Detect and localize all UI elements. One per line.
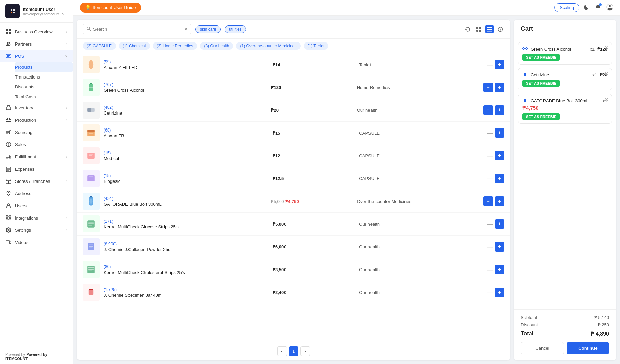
total-value: ₱ 4,890: [591, 331, 609, 337]
add-to-cart-button[interactable]: +: [495, 242, 504, 252]
clear-search-icon[interactable]: ✕: [184, 27, 188, 32]
user-avatar-icon[interactable]: [606, 4, 613, 12]
scaling-button[interactable]: Scaling: [554, 3, 579, 12]
sidebar-item-videos[interactable]: Videos: [0, 236, 73, 248]
product-name-col: (434) GATORADE Blue Bolt 300mL: [104, 196, 267, 207]
svg-rect-63: [89, 133, 93, 134]
sidebar-item-sales[interactable]: Sales ›: [0, 138, 73, 151]
add-to-cart-button[interactable]: +: [495, 288, 504, 297]
sidebar-item-production[interactable]: Production ›: [0, 114, 73, 126]
sidebar-item-users[interactable]: Users: [0, 200, 73, 212]
skin-care-tag[interactable]: skin care: [195, 25, 221, 33]
add-to-cart-button[interactable]: +: [495, 174, 504, 183]
product-price-col: ₱5,000 ₱4,750: [271, 199, 352, 204]
remove-cart-item-button[interactable]: ✕: [604, 96, 609, 103]
chevron-right-icon: ›: [66, 216, 67, 220]
list-view-button[interactable]: [485, 25, 494, 33]
sidebar-item-total-cash[interactable]: Total Cash: [15, 92, 73, 102]
lightbulb-icon: 💡: [85, 5, 91, 10]
continue-button[interactable]: Continue: [567, 342, 609, 354]
remove-cart-item-button[interactable]: ✕: [604, 45, 609, 51]
decrease-qty-button[interactable]: −: [483, 196, 493, 206]
svg-rect-60: [87, 108, 91, 112]
product-category: Home Remedies: [357, 85, 479, 90]
svg-rect-74: [88, 222, 94, 223]
view-product-icon[interactable]: 👁: [522, 46, 528, 52]
sidebar-item-discounts[interactable]: Discounts: [15, 82, 73, 92]
product-name: J. Chemie J.Collagen Powder 25g: [104, 247, 269, 252]
add-to-cart-button[interactable]: +: [495, 128, 504, 138]
product-price: ₱14: [273, 62, 280, 67]
moon-icon[interactable]: [583, 4, 589, 11]
svg-rect-14: [7, 118, 8, 119]
info-button[interactable]: [496, 25, 504, 33]
minus-placeholder: —: [487, 289, 493, 296]
product-price: ₱3,500: [273, 267, 287, 272]
sidebar-item-transactions[interactable]: Transactions: [15, 72, 73, 82]
svg-rect-7: [6, 54, 11, 58]
product-panel: ✕ skin care utilities: [77, 20, 510, 360]
view-product-icon[interactable]: 👁: [522, 72, 528, 78]
sidebar-item-partners[interactable]: Partners ›: [0, 38, 73, 50]
product-actions: — +: [487, 60, 504, 69]
product-actions: — +: [487, 288, 504, 297]
product-price-col: ₱3,500: [273, 267, 355, 272]
sidebar-item-address[interactable]: Address: [0, 187, 73, 200]
bell-icon[interactable]: [595, 4, 601, 11]
increase-qty-button[interactable]: +: [495, 105, 504, 115]
product-category: Our health: [359, 267, 483, 272]
sidebar-item-stores[interactable]: Stores / Branches ›: [0, 175, 73, 187]
sidebar-item-expenses[interactable]: Expenses: [0, 163, 73, 175]
sidebar-item-settings[interactable]: Settings ›: [0, 224, 73, 236]
search-input[interactable]: [93, 27, 182, 32]
cart-title: Cart: [521, 25, 533, 32]
sidebar-item-fulfillment[interactable]: Fullfillment ›: [0, 151, 73, 163]
sidebar-item-pos[interactable]: POS ∨: [0, 50, 73, 62]
filter-tab-capsule[interactable]: (3) CAPSULE: [83, 42, 116, 50]
sidebar-item-integrations[interactable]: Integrations ›: [0, 212, 73, 224]
set-as-freebie-button[interactable]: SET AS FREEBIE: [522, 113, 560, 120]
view-product-icon[interactable]: 👁: [522, 98, 528, 104]
refresh-button[interactable]: [464, 25, 472, 33]
grid-view-button[interactable]: [475, 25, 483, 33]
prev-page-button[interactable]: ‹: [277, 346, 287, 356]
product-category: CAPSULE: [359, 176, 483, 181]
product-name-col: (1,725) J. Chemie Specimen Jar 40ml: [104, 287, 269, 298]
sidebar-item-inventory[interactable]: Inventory ›: [0, 102, 73, 114]
increase-qty-button[interactable]: +: [495, 83, 504, 92]
product-actions: − +: [483, 105, 504, 115]
filter-tab-our-health[interactable]: (8) Our health: [200, 42, 233, 50]
add-to-cart-button[interactable]: +: [495, 265, 504, 274]
product-actions: − +: [483, 196, 504, 206]
cart-item: ✕ 👁 Green Cross Alcohol x1 ₱120 SET AS F…: [518, 42, 612, 65]
sidebar-item-business-overview[interactable]: Business Overview ›: [0, 25, 73, 38]
set-as-freebie-button[interactable]: SET AS FREEBIE: [522, 54, 560, 61]
chevron-right-icon: ›: [66, 155, 67, 159]
increase-qty-button[interactable]: +: [495, 196, 504, 206]
add-to-cart-button[interactable]: +: [495, 219, 504, 229]
filter-tab-home-remedies[interactable]: (3) Home Remedies: [153, 42, 197, 50]
filter-tab-tablet[interactable]: (1) Tablet: [304, 42, 329, 50]
decrease-qty-button[interactable]: −: [483, 83, 493, 92]
utilities-tag[interactable]: utilities: [225, 25, 246, 33]
add-to-cart-button[interactable]: +: [495, 60, 504, 69]
svg-point-30: [6, 216, 8, 218]
page-1-button[interactable]: 1: [289, 346, 298, 356]
sidebar-item-label: Expenses: [15, 167, 67, 172]
remove-cart-item-button[interactable]: ✕: [604, 70, 609, 77]
svg-rect-3: [6, 32, 8, 34]
next-page-button[interactable]: ›: [300, 346, 310, 356]
guide-button[interactable]: 💡 Itemcount User Guide: [80, 3, 141, 13]
product-image: [83, 238, 100, 255]
cancel-button[interactable]: Cancel: [521, 342, 564, 354]
sidebar-item-products[interactable]: Products: [15, 62, 73, 72]
add-to-cart-button[interactable]: +: [495, 151, 504, 160]
table-row: (99) Alaxan Y FILLED ₱14 Tablet — +: [77, 53, 510, 76]
sidebar-item-sourcing[interactable]: Sourcing ›: [0, 126, 73, 138]
filter-tab-otc[interactable]: (1) Over-the-counter Medicines: [236, 42, 300, 50]
svg-rect-19: [6, 155, 10, 158]
filter-tab-chemical[interactable]: (1) Chemical: [119, 42, 150, 50]
decrease-qty-button[interactable]: −: [483, 105, 493, 115]
set-as-freebie-button[interactable]: SET AS FREEBIE: [522, 80, 560, 87]
svg-rect-86: [89, 289, 93, 290]
